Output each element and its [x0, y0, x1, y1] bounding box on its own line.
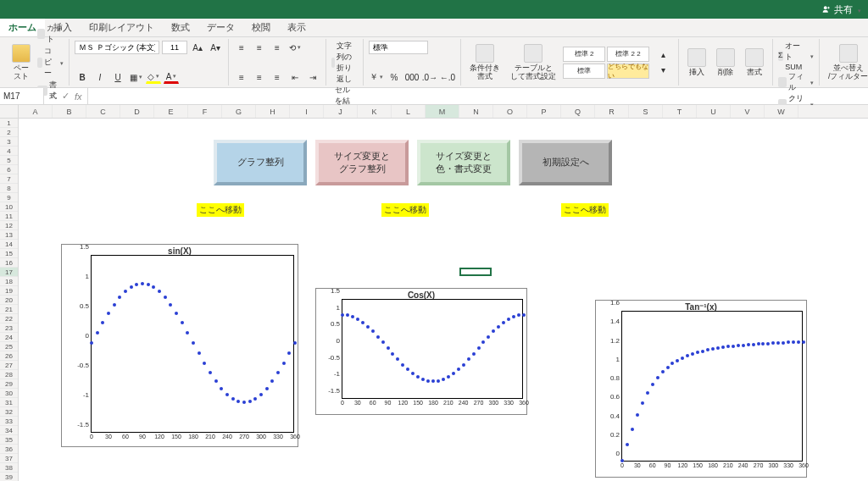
- column-header[interactable]: T: [663, 105, 697, 118]
- column-header[interactable]: K: [358, 105, 392, 118]
- column-header[interactable]: P: [527, 105, 561, 118]
- column-header[interactable]: G: [222, 105, 256, 118]
- column-header[interactable]: R: [595, 105, 629, 118]
- number-format-select[interactable]: [369, 41, 428, 54]
- styles-scroll-down[interactable]: ▾: [655, 64, 670, 77]
- grid-body[interactable]: グラフ整列サイズ変更と グラフ整列サイズ変更と 色・書式変更初期設定へここへ移動…: [19, 119, 868, 481]
- row-header[interactable]: 27: [0, 361, 18, 370]
- row-header[interactable]: 19: [0, 286, 18, 296]
- column-header[interactable]: A: [19, 105, 53, 118]
- currency-button[interactable]: ￥: [369, 70, 384, 84]
- sort-filter-button[interactable]: 並べ替え /フィルター: [825, 42, 868, 83]
- row-header[interactable]: 26: [0, 351, 18, 361]
- column-header[interactable]: Q: [561, 105, 595, 118]
- macro-button[interactable]: グラフ整列: [214, 140, 307, 185]
- format-button[interactable]: 書式: [742, 47, 767, 79]
- delete-button[interactable]: 削除: [713, 47, 738, 79]
- bold-button[interactable]: B: [75, 70, 90, 84]
- paste-button[interactable]: ペースト: [8, 42, 34, 83]
- name-box[interactable]: M17: [0, 88, 44, 104]
- underline-button[interactable]: U: [110, 70, 125, 84]
- fill-color-button[interactable]: ◇: [146, 70, 161, 84]
- tab-印刷レイアウト[interactable]: 印刷レイアウト: [81, 19, 163, 36]
- row-header[interactable]: 24: [0, 333, 18, 342]
- row-header[interactable]: 38: [0, 463, 18, 473]
- chart[interactable]: Cos(X)-1.5-1-0.500.511.50306090120150180…: [315, 288, 527, 415]
- row-header[interactable]: 31: [0, 398, 18, 407]
- column-header[interactable]: O: [493, 105, 527, 118]
- column-header[interactable]: F: [188, 105, 222, 118]
- decrease-font-button[interactable]: A▾: [208, 41, 223, 54]
- row-header[interactable]: 21: [0, 305, 18, 314]
- row-header[interactable]: 1: [0, 119, 18, 128]
- column-header[interactable]: U: [697, 105, 731, 118]
- column-header[interactable]: C: [86, 105, 120, 118]
- align-bottom-button[interactable]: ≡: [270, 41, 285, 54]
- row-header[interactable]: 36: [0, 445, 18, 454]
- row-header[interactable]: 37: [0, 454, 18, 463]
- row-header[interactable]: 20: [0, 296, 18, 305]
- tab-校閲[interactable]: 校閲: [243, 19, 279, 36]
- column-header[interactable]: B: [53, 105, 86, 118]
- column-header[interactable]: M: [426, 105, 459, 118]
- cancel-icon[interactable]: ✕: [49, 91, 57, 102]
- align-middle-button[interactable]: ≡: [252, 41, 267, 54]
- wrap-text-button[interactable]: 文字列の折り返し: [331, 41, 358, 85]
- increase-font-button[interactable]: A▴: [190, 41, 205, 54]
- row-header[interactable]: 6: [0, 165, 18, 174]
- cell-style-2[interactable]: 標準 2 2: [607, 47, 649, 62]
- row-header[interactable]: 11: [0, 212, 18, 221]
- orientation-button[interactable]: ⟲: [287, 41, 303, 54]
- row-header[interactable]: 35: [0, 435, 18, 445]
- row-header[interactable]: 3: [0, 137, 18, 147]
- copy-button[interactable]: コピー: [37, 46, 64, 79]
- row-header[interactable]: 34: [0, 426, 18, 435]
- row-header[interactable]: 30: [0, 389, 18, 398]
- cell-style-1[interactable]: 標準 2: [563, 47, 605, 62]
- column-header[interactable]: V: [731, 105, 765, 118]
- fx-icon[interactable]: fx: [75, 91, 82, 102]
- cut-button[interactable]: カット: [37, 23, 64, 45]
- column-header[interactable]: L: [392, 105, 426, 118]
- row-header[interactable]: 29: [0, 379, 18, 389]
- border-button[interactable]: ▦: [128, 70, 143, 84]
- row-header[interactable]: 12: [0, 221, 18, 230]
- formula-input[interactable]: [88, 88, 868, 104]
- font-color-button[interactable]: A: [164, 70, 179, 84]
- row-header[interactable]: 14: [0, 240, 18, 249]
- column-header[interactable]: S: [629, 105, 663, 118]
- column-header[interactable]: I: [290, 105, 324, 118]
- share-button[interactable]: 共有: [822, 3, 861, 16]
- align-center-button[interactable]: ≡: [252, 70, 267, 84]
- column-header[interactable]: D: [120, 105, 154, 118]
- row-header[interactable]: 17: [0, 268, 18, 277]
- row-header[interactable]: 25: [0, 342, 18, 351]
- row-header[interactable]: 28: [0, 370, 18, 379]
- align-left-button[interactable]: ≡: [234, 70, 249, 84]
- indent-decrease-button[interactable]: ⇤: [287, 70, 303, 84]
- autosum-button[interactable]: Σオート SUM: [778, 41, 814, 71]
- chart[interactable]: sin(X)-1.5-1-0.500.511.50306090120150180…: [61, 244, 298, 447]
- column-header[interactable]: N: [459, 105, 493, 118]
- row-header[interactable]: 7: [0, 174, 18, 184]
- increase-decimal-button[interactable]: .0→: [422, 70, 437, 84]
- insert-button[interactable]: 挿入: [684, 47, 709, 79]
- styles-scroll-up[interactable]: ▴: [655, 48, 670, 62]
- decrease-decimal-button[interactable]: ←.0: [440, 70, 455, 84]
- align-top-button[interactable]: ≡: [234, 41, 249, 54]
- conditional-format-button[interactable]: 条件付き 書式: [466, 42, 504, 83]
- chart[interactable]: Tan⁻¹(x)00.20.40.60.811.21.41.6030609012…: [595, 300, 807, 478]
- row-header[interactable]: 32: [0, 407, 18, 417]
- column-header[interactable]: H: [256, 105, 290, 118]
- percent-button[interactable]: %: [387, 70, 402, 84]
- row-header[interactable]: 33: [0, 417, 18, 426]
- italic-button[interactable]: I: [92, 70, 108, 84]
- format-as-table-button[interactable]: テーブルと して書式設定: [507, 42, 559, 83]
- tab-データ[interactable]: データ: [198, 19, 243, 36]
- column-header[interactable]: J: [324, 105, 358, 118]
- selected-cell[interactable]: [459, 268, 492, 276]
- row-header[interactable]: 16: [0, 258, 18, 268]
- row-header[interactable]: 10: [0, 202, 18, 212]
- row-header[interactable]: 8: [0, 184, 18, 193]
- tab-数式[interactable]: 数式: [163, 19, 198, 36]
